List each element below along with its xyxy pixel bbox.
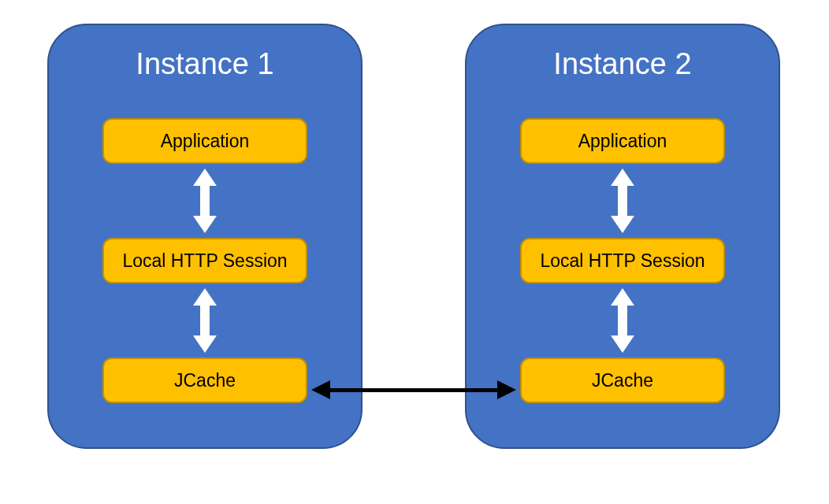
instance-2-node-jcache: JCache xyxy=(520,358,725,403)
bidirectional-arrow-icon xyxy=(611,169,634,233)
cross-instance-bidirectional-arrow-icon xyxy=(311,378,516,402)
instance-2-node-application: Application xyxy=(520,118,725,164)
bidirectional-arrow-icon xyxy=(193,169,217,233)
instance-1-node-jcache: JCache xyxy=(102,358,307,403)
bidirectional-arrow-icon xyxy=(611,288,634,353)
bidirectional-arrow-icon xyxy=(193,288,217,353)
instance-1-node-application: Application xyxy=(102,118,307,164)
instance-1-title: Instance 1 xyxy=(49,47,361,81)
instance-2-node-local-http-session: Local HTTP Session xyxy=(520,238,725,284)
instance-2-title: Instance 2 xyxy=(467,47,779,81)
instance-1-node-local-http-session: Local HTTP Session xyxy=(102,238,307,284)
